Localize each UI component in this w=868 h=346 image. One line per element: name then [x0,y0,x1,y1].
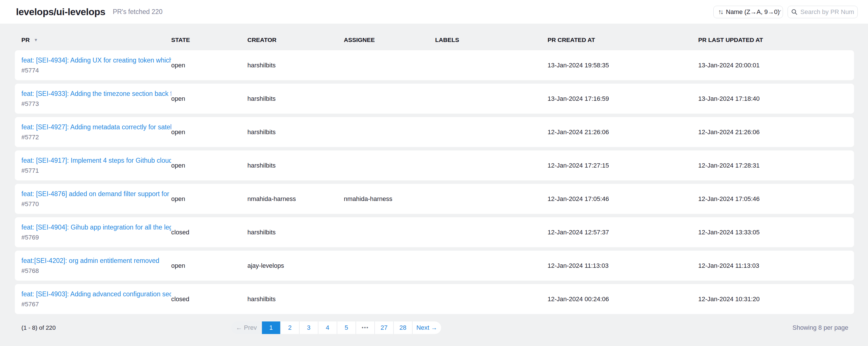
pr-title-link[interactable]: feat:[SEI-4202]: org admin entitlement r… [22,257,171,265]
search-box [787,6,858,18]
pr-title-link[interactable]: feat: [SEI-4933]: Adding the timezone se… [22,90,171,98]
pagination-page-28[interactable]: 28 [394,321,412,334]
creator-cell: harshilbits [247,295,344,303]
created-at-cell: 12-Jan-2024 21:26:06 [548,128,698,136]
page-title: levelops/ui-levelops [16,6,105,18]
pagination-next-button[interactable]: Next → [412,321,441,334]
created-at-cell: 13-Jan-2024 19:58:35 [548,62,698,69]
pr-number: #5769 [22,234,171,241]
per-page-text: Showing 8 per page [793,324,854,331]
toolbar: ↑↓ Name (Z→A, 9→0) [713,6,858,18]
column-header-creator: CREATOR [247,36,344,44]
pagination-page-4[interactable]: 4 [318,321,337,334]
pagination-page-2[interactable]: 2 [281,321,299,334]
state-cell: open [171,95,247,103]
pr-title-link[interactable]: feat: [SEI-4903]: Adding advanced config… [22,290,171,298]
updated-at-cell: 12-Jan-2024 17:05:46 [698,195,848,203]
column-header-assignee: ASSIGNEE [344,36,435,44]
creator-cell: harshilbits [247,95,344,103]
pr-number: #5773 [22,100,171,108]
pr-number: #5768 [22,267,171,275]
state-cell: closed [171,295,247,303]
table-header-row: PR▼ STATE CREATOR ASSIGNEE LABELS PR CRE… [15,34,854,46]
updated-at-cell: 13-Jan-2024 17:18:40 [698,95,848,103]
pr-title-link[interactable]: feat: [SEI-4876] added on demand filter … [22,190,171,198]
table-row: feat: [SEI-4903]: Adding advanced config… [15,284,854,314]
column-header-state: STATE [171,36,247,44]
table-body: feat: [SEI-4934]: Adding UX for creating… [15,50,854,314]
state-cell: open [171,162,247,169]
table-row: feat: [SEI-4927]: Adding metadata correc… [15,117,854,147]
updated-at-cell: 12-Jan-2024 21:26:06 [698,128,848,136]
table-row: feat: [SEI-4917]: Implement 4 steps for … [15,150,854,180]
sort-desc-icon: ▼ [34,37,38,42]
pr-number: #5770 [22,200,171,208]
state-cell: open [171,195,247,203]
pagination-prev-button[interactable]: ← Prev [231,321,261,334]
creator-cell: harshilbits [247,162,344,169]
updated-at-cell: 12-Jan-2024 13:33:05 [698,229,848,236]
state-cell: closed [171,229,247,236]
search-input[interactable] [800,8,854,16]
pagination-page-3[interactable]: 3 [300,321,318,334]
sort-dropdown-label: Name (Z→A, 9→0) [726,8,779,16]
column-header-created: PR CREATED AT [548,36,698,44]
creator-cell: harshilbits [247,62,344,69]
created-at-cell: 13-Jan-2024 17:16:59 [548,95,698,103]
creator-cell: ajay-levelops [247,262,344,269]
table-row: feat: [SEI-4876] added on demand filter … [15,184,854,214]
creator-cell: harshilbits [247,128,344,136]
pr-title-link[interactable]: feat: [SEI-4927]: Adding metadata correc… [22,123,171,131]
pagination-page-1[interactable]: 1 [262,321,280,334]
created-at-cell: 12-Jan-2024 11:13:03 [548,262,698,269]
search-icon [791,9,798,15]
created-at-cell: 12-Jan-2024 12:57:37 [548,229,698,236]
table-row: feat: [SEI-4934]: Adding UX for creating… [15,50,854,80]
updated-at-cell: 12-Jan-2024 10:31:20 [698,295,848,303]
table-row: feat: [SEI-4933]: Adding the timezone se… [15,84,854,114]
top-bar: levelops/ui-levelops PR's fetched 220 ↑↓… [0,0,868,24]
pr-title-link[interactable]: feat: [SEI-4934]: Adding UX for creating… [22,57,171,64]
creator-cell: harshilbits [247,229,344,236]
pr-number: #5772 [22,134,171,141]
pagination: ← Prev 1 2 3 4 5 ••• 27 28 Next → [231,321,441,334]
pagination-page-5[interactable]: 5 [337,321,355,334]
table-row: feat:[SEI-4202]: org admin entitlement r… [15,251,854,281]
sort-updown-icon: ↑↓ [718,8,722,16]
state-cell: open [171,128,247,136]
fetched-count-text: PR's fetched 220 [113,8,162,16]
creator-cell: nmahida-harness [247,195,344,203]
pagination-page-27[interactable]: 27 [375,321,393,334]
pr-list-page: levelops/ui-levelops PR's fetched 220 ↑↓… [0,0,868,346]
table-area: PR▼ STATE CREATOR ASSIGNEE LABELS PR CRE… [0,34,868,314]
column-header-pr[interactable]: PR▼ [22,36,171,44]
pr-number: #5774 [22,67,171,74]
pr-title-link[interactable]: feat: [SEI-4904]: Gihub app integration … [22,224,171,231]
sort-dropdown[interactable]: ↑↓ Name (Z→A, 9→0) [713,6,783,18]
table-row: feat: [SEI-4904]: Gihub app integration … [15,217,854,247]
state-cell: open [171,62,247,69]
pr-number: #5771 [22,167,171,174]
updated-at-cell: 12-Jan-2024 17:28:31 [698,162,848,169]
pr-number: #5767 [22,300,171,308]
results-range-text: (1 - 8) of 220 [22,324,56,331]
created-at-cell: 12-Jan-2024 17:27:15 [548,162,698,169]
assignee-cell: nmahida-harness [344,195,435,203]
state-cell: open [171,262,247,269]
pr-title-link[interactable]: feat: [SEI-4917]: Implement 4 steps for … [22,157,171,165]
column-header-labels: LABELS [435,36,548,44]
updated-at-cell: 12-Jan-2024 11:13:03 [698,262,848,269]
table-footer: (1 - 8) of 220 ← Prev 1 2 3 4 5 ••• 27 2… [0,321,868,334]
updated-at-cell: 13-Jan-2024 20:00:01 [698,62,848,69]
pagination-ellipsis: ••• [356,321,374,334]
created-at-cell: 12-Jan-2024 00:24:06 [548,295,698,303]
created-at-cell: 12-Jan-2024 17:05:46 [548,195,698,203]
column-header-updated: PR LAST UPDATED AT [698,36,848,44]
